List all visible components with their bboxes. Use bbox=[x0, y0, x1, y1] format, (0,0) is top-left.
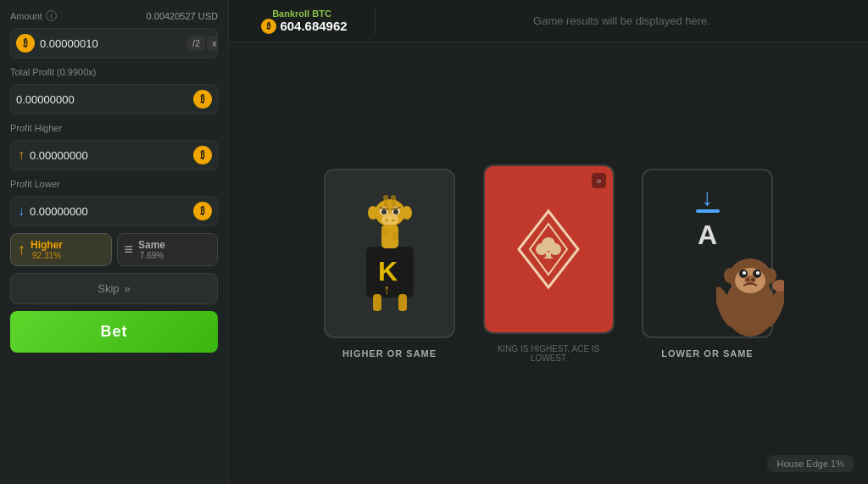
total-profit-label: Total Profit (0.9900x) bbox=[10, 67, 218, 77]
bankroll-value: 604.684962 bbox=[280, 19, 347, 33]
svg-rect-22 bbox=[373, 294, 381, 311]
same-label: Same bbox=[138, 239, 165, 251]
card-sublabel: KING IS HIGHEST, ACE IS LOWEST bbox=[481, 344, 616, 363]
top-bar-divider bbox=[375, 8, 376, 34]
svg-point-40 bbox=[751, 278, 754, 281]
total-profit-input[interactable] bbox=[11, 93, 193, 106]
same-pct: 7.69% bbox=[138, 251, 165, 260]
forward-icon: » bbox=[592, 173, 605, 188]
svg-point-37 bbox=[756, 271, 760, 275]
btc-profit-icon: ₿ bbox=[193, 90, 212, 108]
amount-label: Amount i bbox=[10, 10, 57, 21]
lower-or-same-label: LOWER OR SAME bbox=[661, 348, 753, 359]
svg-point-13 bbox=[392, 219, 395, 221]
svg-point-41 bbox=[724, 268, 736, 283]
amount-buttons: /2 x2 ▲ ▼ bbox=[187, 33, 218, 54]
profit-lower-input[interactable] bbox=[25, 205, 193, 218]
svg-point-20 bbox=[381, 227, 388, 236]
bet-same-button[interactable]: ≡ Same 7.69% bbox=[117, 233, 219, 266]
amount-row: Amount i 0.00420527 USD bbox=[10, 10, 218, 21]
svg-marker-30 bbox=[543, 254, 554, 259]
svg-point-39 bbox=[746, 278, 749, 281]
profit-lower-input-group: ↓ ₿ bbox=[10, 196, 218, 226]
svg-point-36 bbox=[743, 271, 746, 275]
current-card: » bbox=[483, 164, 615, 334]
bet-choice-row: ↑ Higher 92.31% ≡ Same 7.69% bbox=[10, 233, 218, 266]
left-panel: Amount i 0.00420527 USD ₿ /2 x2 ▲ ▼ Tota… bbox=[0, 0, 229, 484]
amount-input-group: ₿ /2 x2 ▲ ▼ bbox=[10, 28, 218, 58]
svg-point-11 bbox=[381, 214, 398, 225]
svg-point-5 bbox=[368, 206, 378, 220]
double-button[interactable]: x2 bbox=[207, 36, 218, 51]
higher-pct: 92.31% bbox=[31, 251, 63, 260]
svg-point-28 bbox=[549, 243, 561, 255]
profit-higher-input[interactable] bbox=[25, 149, 193, 162]
svg-rect-23 bbox=[398, 294, 407, 311]
center-card-slot: » bbox=[481, 164, 616, 363]
king-card-content: K ↑ bbox=[326, 170, 453, 337]
bankroll-btc-icon: ₿ bbox=[261, 19, 276, 34]
same-choice-text: Same 7.69% bbox=[138, 239, 165, 260]
profit-lower-label: Profit Lower bbox=[10, 179, 218, 189]
svg-point-21 bbox=[392, 232, 398, 241]
svg-point-4 bbox=[391, 195, 396, 200]
higher-label: Higher bbox=[31, 239, 63, 251]
lower-or-same-card: ↓ A bbox=[642, 169, 773, 338]
left-card-slot: K ↑ HIGH bbox=[324, 169, 455, 359]
svg-point-10 bbox=[393, 209, 398, 214]
amount-input[interactable] bbox=[35, 37, 187, 50]
svg-point-42 bbox=[765, 268, 776, 283]
svg-point-9 bbox=[381, 209, 387, 214]
amount-text: Amount bbox=[10, 11, 42, 21]
gorilla-illustration bbox=[716, 243, 784, 337]
main-area: Bankroll BTC ₿ 604.684962 Game results w… bbox=[229, 0, 868, 484]
diamond-club-svg bbox=[515, 207, 582, 292]
info-icon[interactable]: i bbox=[46, 10, 57, 21]
top-bar: Bankroll BTC ₿ 604.684962 Game results w… bbox=[229, 0, 868, 42]
higher-or-same-label: HIGHER OR SAME bbox=[342, 348, 437, 359]
giraffe-illustration: K ↑ bbox=[348, 194, 432, 313]
btc-higher-icon: ₿ bbox=[193, 146, 212, 164]
bet-label: Bet bbox=[100, 323, 127, 340]
higher-choice-text: Higher 92.31% bbox=[31, 239, 63, 260]
right-card-slot: ↓ A bbox=[642, 169, 773, 359]
profit-higher-label: Profit Higher bbox=[10, 123, 218, 133]
bankroll-label: Bankroll BTC bbox=[272, 8, 331, 19]
diamond-card-content bbox=[485, 166, 613, 332]
svg-point-12 bbox=[385, 219, 388, 221]
total-profit-input-group: ₿ bbox=[10, 84, 218, 114]
ace-down-arrow-icon: ↓ bbox=[696, 184, 720, 213]
amount-usd: 0.00420527 USD bbox=[147, 11, 218, 21]
svg-text:↑: ↑ bbox=[383, 282, 390, 297]
higher-arrow-icon: ↑ bbox=[18, 147, 25, 163]
lower-arrow-icon: ↓ bbox=[18, 203, 25, 219]
btc-lower-icon: ₿ bbox=[193, 202, 212, 220]
profit-higher-input-group: ↑ ₿ bbox=[10, 140, 218, 170]
game-results-message: Game results will be displayed here. bbox=[389, 14, 854, 27]
svg-point-3 bbox=[383, 195, 388, 200]
btc-coin-icon: ₿ bbox=[16, 34, 35, 53]
svg-point-27 bbox=[536, 243, 548, 255]
skip-button[interactable]: Skip » bbox=[10, 273, 218, 304]
ace-letter: A bbox=[698, 220, 717, 251]
svg-point-6 bbox=[402, 206, 412, 220]
bankroll-section: Bankroll BTC ₿ 604.684962 bbox=[242, 8, 361, 34]
house-edge-badge: House Edge 1% bbox=[767, 455, 855, 472]
higher-or-same-card: K ↑ bbox=[324, 169, 455, 338]
bankroll-value-row: ₿ 604.684962 bbox=[256, 19, 347, 34]
card-area: K ↑ HIGH bbox=[229, 42, 868, 484]
half-button[interactable]: /2 bbox=[187, 36, 205, 51]
skip-arrows: » bbox=[125, 282, 131, 295]
skip-label: Skip bbox=[97, 282, 119, 295]
bet-button[interactable]: Bet bbox=[10, 311, 218, 353]
bet-higher-button[interactable]: ↑ Higher 92.31% bbox=[10, 233, 112, 266]
